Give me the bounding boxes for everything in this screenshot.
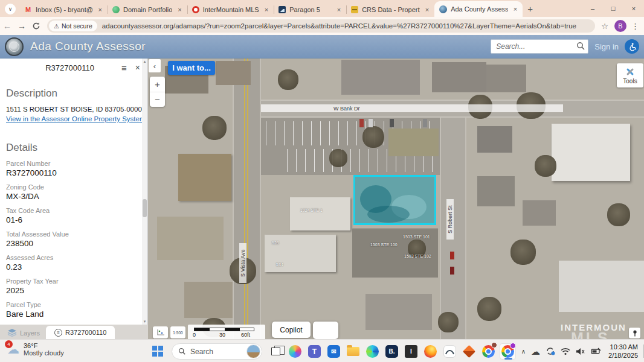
aerial-building: [477, 126, 512, 153]
field-value: MX-3/DA: [6, 192, 147, 201]
omnibox[interactable]: ⚠ Not secure adacountyassessor.org/adama…: [47, 19, 595, 33]
outlook-icon[interactable]: ✉: [326, 343, 342, 360]
wifi-icon[interactable]: [561, 348, 570, 355]
clock-date: 2/18/2025: [608, 351, 638, 360]
coordinates-widget-button[interactable]: [153, 326, 168, 338]
reload-icon[interactable]: [29, 22, 43, 30]
tab-title: Domain Portfolio: [123, 6, 172, 13]
tab-ada-county-assessor[interactable]: Ada County Assessor Parce... ×: [434, 1, 523, 17]
new-tab-button[interactable]: +: [527, 4, 533, 14]
field-parcel-type: Parcel Type Bare Land: [6, 301, 147, 319]
arc-browser-icon[interactable]: [442, 343, 458, 360]
chrome-profile-icon[interactable]: [480, 343, 497, 360]
not-secure-badge[interactable]: ⚠ Not secure: [49, 21, 97, 31]
mls-watermark: MLS: [571, 329, 610, 339]
copilot-icon[interactable]: [287, 343, 303, 360]
windows-start-button[interactable]: [152, 346, 163, 357]
panel-close-icon[interactable]: ×: [135, 63, 140, 72]
sign-in-link[interactable]: Sign in: [594, 42, 619, 51]
parcel-info-panel: R3727000110 ≡ × Description 1511 S ROBER…: [0, 59, 148, 325]
tab-close-icon[interactable]: ×: [176, 6, 183, 13]
map-pin-button[interactable]: [629, 328, 640, 338]
volume-muted-icon[interactable]: [576, 348, 585, 355]
bookmark-star-icon[interactable]: ☆: [601, 22, 608, 31]
tab-paragon[interactable]: Paragon 5 ×: [274, 2, 346, 17]
browser-menu-icon[interactable]: ⋮: [631, 22, 639, 31]
aerial-car: [450, 267, 454, 275]
not-secure-label: Not secure: [62, 22, 92, 30]
zoom-in-button[interactable]: +: [150, 77, 165, 92]
weather-widget[interactable]: ☁4 36°F Mostly cloudy: [7, 342, 64, 357]
tab-crs-data[interactable]: CRS Data - Property Repor... ×: [346, 2, 434, 17]
accessibility-icon[interactable]: [625, 39, 639, 54]
zoom-out-button[interactable]: −: [150, 92, 165, 107]
tab-gmail[interactable]: M Inbox (5) - bryant@urban... ×: [19, 2, 108, 17]
address-label: 1503 STE 101: [403, 235, 430, 239]
tab-title: InterMountain MLS: [203, 6, 259, 13]
i-want-to-button[interactable]: I want to...: [168, 61, 215, 75]
firefox-icon[interactable]: [422, 343, 439, 360]
chrome-active-icon[interactable]: [500, 343, 516, 360]
aerial-building: [523, 200, 556, 226]
url-text: adacountyassessor.org/adamaps/?run=zoom2…: [97, 22, 576, 30]
tab-search-icon[interactable]: ∨: [5, 4, 16, 14]
tools-icon: [624, 67, 636, 77]
tab-title: Ada County Assessor Parce...: [451, 5, 508, 13]
aerial-tree: [535, 155, 556, 177]
onedrive-icon[interactable]: ☁: [531, 347, 540, 356]
field-label: Parcel Number: [6, 160, 147, 167]
minimize-button[interactable]: –: [582, 0, 603, 17]
tab-close-icon[interactable]: ×: [335, 6, 343, 13]
task-view-icon[interactable]: [268, 343, 284, 360]
tab-close-icon[interactable]: ×: [423, 6, 431, 13]
tab-close-icon[interactable]: ×: [97, 6, 104, 13]
address-label: 534: [276, 262, 283, 267]
tab-intermountain-mls[interactable]: InterMountain MLS ×: [187, 2, 274, 17]
taskbar-clock[interactable]: 10:30 AM 2/18/2025: [608, 343, 638, 360]
assessor-system-link[interactable]: View in the Assessor Online Property Sys…: [6, 115, 146, 122]
b-app-icon[interactable]: B.: [384, 343, 400, 360]
aerial-car: [390, 119, 394, 127]
tab-close-icon[interactable]: ×: [512, 5, 519, 13]
scale-ratio-button[interactable]: 1:500: [170, 326, 185, 338]
aerial-building: [290, 197, 350, 230]
forward-icon[interactable]: →: [14, 21, 29, 31]
panel-collapse-button[interactable]: ‹: [149, 59, 161, 72]
file-explorer-icon[interactable]: [345, 343, 361, 360]
scroll-down-icon[interactable]: ▾: [142, 319, 147, 324]
aerial-map[interactable]: W Bank Dr S Vista Ave S Robert St 1024 S…: [148, 59, 644, 339]
close-button[interactable]: ×: [623, 0, 644, 17]
layers-icon: [7, 329, 17, 337]
tab-domain-portfolio[interactable]: Domain Portfolio ×: [108, 2, 187, 17]
field-parcel-number: Parcel Number R3727000110: [6, 160, 147, 177]
windows-taskbar: ☁4 36°F Mostly cloudy Search T ✉ B. I: [0, 339, 644, 362]
street-label-bank: W Bank Dr: [261, 104, 563, 112]
back-icon[interactable]: ←: [0, 21, 14, 31]
sidebar-scrollbar[interactable]: ▴ ▾: [142, 59, 147, 325]
scroll-up-icon[interactable]: ▴: [142, 59, 147, 64]
profile-avatar[interactable]: B: [614, 20, 626, 32]
warning-icon: ⚠: [54, 23, 59, 30]
scrollbar-thumb[interactable]: [143, 199, 147, 217]
taskbar-search[interactable]: Search: [172, 343, 262, 360]
i-app-icon[interactable]: I: [403, 343, 419, 360]
notification-badge: 4: [5, 340, 13, 348]
highlighted-parcel[interactable]: [353, 175, 436, 225]
aerial-tree: [477, 297, 501, 321]
tools-button[interactable]: Tools: [617, 63, 643, 87]
teams-icon[interactable]: T: [306, 343, 323, 360]
battery-pen-icon[interactable]: [591, 348, 602, 355]
tray-chevron-icon[interactable]: ∧: [521, 348, 526, 355]
crs-data-icon: [351, 6, 358, 13]
site-header: Ada County Assessor Sign in: [0, 35, 644, 59]
site-search-input[interactable]: [491, 39, 588, 54]
site-title: Ada County Assessor: [30, 40, 146, 53]
sync-icon[interactable]: [546, 346, 555, 356]
edge-icon[interactable]: [364, 343, 381, 360]
panel-menu-icon[interactable]: ≡: [121, 63, 127, 73]
maximize-button[interactable]: □: [603, 0, 623, 17]
tab-parcel-result[interactable]: ≡ R3727000110: [46, 326, 115, 339]
tab-close-icon[interactable]: ×: [263, 6, 270, 13]
tab-layers[interactable]: Layers: [0, 329, 46, 339]
cube-app-icon[interactable]: [461, 343, 477, 360]
